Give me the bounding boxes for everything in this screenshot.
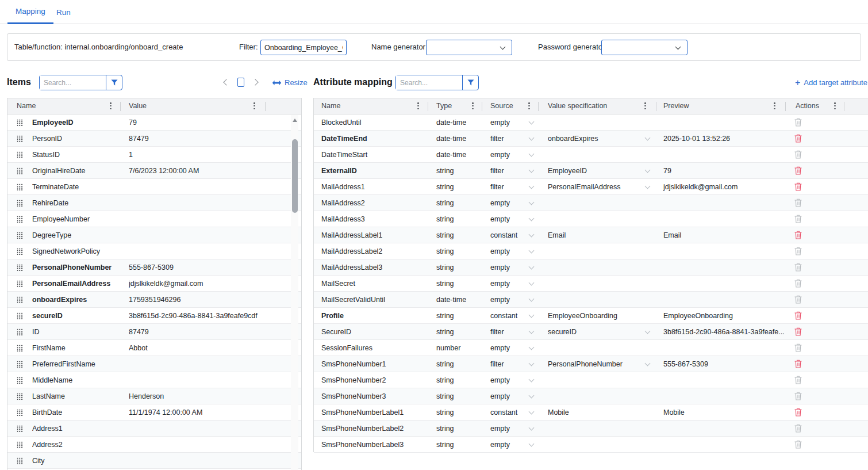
source-select[interactable]: empty	[490, 344, 526, 352]
item-row[interactable]: PersonID 87479	[7, 131, 301, 147]
items-search-input[interactable]	[40, 75, 106, 90]
delete-button[interactable]	[794, 247, 804, 256]
source-select[interactable]: filter	[490, 328, 526, 336]
items-scrollbar[interactable]	[291, 115, 298, 470]
item-row[interactable]: FirstName Abbot	[7, 340, 301, 356]
source-select[interactable]: filter	[490, 135, 526, 143]
chevron-down-icon[interactable]	[645, 328, 651, 334]
tab-run[interactable]: Run	[48, 0, 79, 24]
delete-button[interactable]	[794, 295, 804, 304]
delete-button[interactable]	[794, 327, 804, 337]
mapping-row[interactable]: MailSecretValidUntil date-time empty	[314, 292, 868, 308]
item-row[interactable]: Address2	[7, 437, 301, 453]
mapping-row[interactable]: MailAddressLabel1 string constant Email …	[314, 227, 868, 243]
mapping-row[interactable]: SmsPhoneNumber1 string filter PersonalPh…	[314, 356, 868, 372]
chevron-down-icon[interactable]	[529, 425, 535, 431]
column-menu-icon[interactable]	[834, 102, 836, 109]
prev-page-icon[interactable]	[223, 79, 229, 85]
item-row[interactable]: Address1	[7, 421, 301, 437]
next-page-icon[interactable]	[252, 79, 258, 85]
mapping-row[interactable]: ExternalID string filter EmployeeID 79	[314, 163, 868, 179]
chevron-down-icon[interactable]	[529, 361, 535, 366]
chevron-down-icon[interactable]	[529, 296, 535, 302]
delete-button[interactable]	[794, 134, 804, 143]
chevron-down-icon[interactable]	[529, 328, 535, 334]
item-row[interactable]: StatusID 1	[7, 147, 301, 163]
source-select[interactable]: empty	[490, 151, 526, 159]
drag-handle-icon[interactable]	[17, 280, 23, 287]
source-select[interactable]: empty	[490, 376, 526, 384]
mapping-row[interactable]: MailAddress3 string empty	[314, 211, 868, 227]
page-indicator[interactable]	[237, 78, 244, 87]
chevron-down-icon[interactable]	[529, 151, 535, 157]
item-row[interactable]: EmployeeID 79	[7, 114, 301, 131]
item-row[interactable]: EmployeeNumber	[7, 211, 301, 227]
chevron-down-icon[interactable]	[645, 184, 651, 189]
column-menu-icon[interactable]	[417, 102, 419, 109]
delete-button[interactable]	[794, 198, 804, 208]
delete-button[interactable]	[794, 392, 804, 401]
drag-handle-icon[interactable]	[17, 216, 23, 223]
mapping-row[interactable]: MailAddressLabel2 string empty	[314, 243, 868, 259]
source-select[interactable]: empty	[490, 263, 526, 272]
value-spec-select[interactable]: secureID	[548, 328, 640, 336]
delete-button[interactable]	[794, 311, 804, 320]
mapping-row[interactable]: SmsPhoneNumber3 string empty	[314, 388, 868, 404]
source-select[interactable]: empty	[490, 119, 526, 127]
chevron-down-icon[interactable]	[529, 312, 535, 318]
source-select[interactable]: filter	[490, 183, 526, 191]
chevron-down-icon[interactable]	[645, 135, 651, 141]
item-row[interactable]: onboardExpires 1759351946296	[7, 292, 301, 308]
scroll-up-icon[interactable]	[293, 119, 297, 122]
chevron-down-icon[interactable]	[529, 167, 535, 173]
filter-funnel-icon[interactable]	[462, 75, 478, 90]
mapping-row[interactable]: DateTimeEnd date-time filter onboardExpi…	[314, 131, 868, 147]
value-spec-select[interactable]: Mobile	[548, 408, 640, 416]
chevron-down-icon[interactable]	[529, 232, 535, 238]
delete-button[interactable]	[794, 440, 804, 449]
chevron-down-icon[interactable]	[529, 393, 535, 399]
item-row[interactable]: MiddleName	[7, 372, 301, 388]
mapping-row[interactable]: MailSecret string empty	[314, 276, 868, 292]
source-select[interactable]: empty	[490, 247, 526, 255]
mapping-row[interactable]: SmsPhoneNumberLabel2 string empty	[314, 421, 868, 437]
chevron-down-icon[interactable]	[645, 167, 651, 173]
delete-button[interactable]	[794, 408, 804, 417]
mapping-row[interactable]: SmsPhoneNumber2 string empty	[314, 372, 868, 388]
source-select[interactable]: constant	[490, 231, 526, 239]
value-spec-select[interactable]: PersonalEmailAddress	[548, 183, 640, 191]
drag-handle-icon[interactable]	[17, 361, 23, 368]
mapping-row[interactable]: MailAddressLabel3 string empty	[314, 259, 868, 276]
chevron-down-icon[interactable]	[529, 345, 535, 350]
mapping-row[interactable]: Profile string constant EmployeeOnboardi…	[314, 308, 868, 324]
item-row[interactable]: ID 87479	[7, 324, 301, 340]
value-spec-select[interactable]: Email	[548, 231, 640, 239]
item-row[interactable]: TerminateDate	[7, 179, 301, 195]
drag-handle-icon[interactable]	[17, 184, 23, 190]
item-row[interactable]: DegreeType	[7, 227, 301, 243]
drag-handle-icon[interactable]	[17, 200, 23, 207]
item-row[interactable]: BirthDate 11/1/1974 12:00:00 AM	[7, 404, 301, 421]
drag-handle-icon[interactable]	[17, 232, 23, 239]
item-row[interactable]: PreferredFirstName	[7, 356, 301, 372]
mapping-row[interactable]: SmsPhoneNumberLabel3 string empty	[314, 437, 868, 453]
source-select[interactable]: empty	[490, 296, 526, 304]
drag-handle-icon[interactable]	[17, 312, 23, 319]
value-spec-select[interactable]: onboardExpires	[548, 135, 640, 143]
source-select[interactable]: empty	[490, 199, 526, 207]
delete-button[interactable]	[794, 150, 804, 159]
drag-handle-icon[interactable]	[17, 296, 23, 303]
chevron-down-icon[interactable]	[645, 361, 651, 366]
drag-handle-icon[interactable]	[17, 328, 23, 335]
item-row[interactable]: RehireDate	[7, 195, 301, 211]
delete-button[interactable]	[794, 118, 804, 127]
filter-funnel-icon[interactable]	[106, 75, 122, 90]
item-row[interactable]: PersonalEmailAddress jdjslkikeldk@gmail.…	[7, 276, 301, 292]
mapping-row[interactable]: DateTimeStart date-time empty	[314, 147, 868, 163]
name-generator-select[interactable]	[426, 40, 512, 55]
drag-handle-icon[interactable]	[17, 457, 23, 464]
column-menu-icon[interactable]	[110, 102, 112, 109]
delete-button[interactable]	[794, 376, 804, 385]
mapping-row[interactable]: MailAddress2 string empty	[314, 195, 868, 211]
item-row[interactable]: SignedNetworkPolicy	[7, 243, 301, 259]
